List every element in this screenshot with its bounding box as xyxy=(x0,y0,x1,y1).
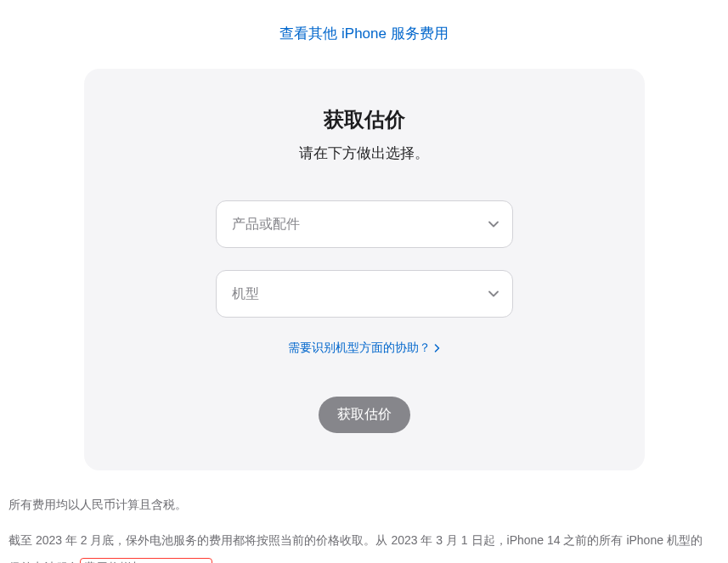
model-select[interactable]: 机型 xyxy=(216,270,513,318)
estimate-card: 获取估价 请在下方做出选择。 产品或配件 机型 需要识别机型方面的协助？ 获取估… xyxy=(84,69,645,470)
card-subtitle: 请在下方做出选择。 xyxy=(118,144,611,163)
product-select[interactable]: 产品或配件 xyxy=(216,200,513,248)
product-select-wrap: 产品或配件 xyxy=(216,200,513,248)
footnotes: 所有费用均以人民币计算且含税。 截至 2023 年 2 月底，保外电池服务的费用… xyxy=(8,491,714,563)
footnote-tax: 所有费用均以人民币计算且含税。 xyxy=(8,491,714,518)
chevron-right-icon xyxy=(434,344,440,352)
price-highlight: 费用将增加 RMB 169。 xyxy=(80,558,212,563)
product-select-label: 产品或配件 xyxy=(232,216,300,234)
identify-model-link[interactable]: 需要识别机型方面的协助？ xyxy=(288,341,440,356)
other-services-link[interactable]: 查看其他 iPhone 服务费用 xyxy=(0,0,728,69)
model-select-wrap: 机型 xyxy=(216,270,513,318)
help-link-text: 需要识别机型方面的协助？ xyxy=(288,341,431,356)
get-estimate-button[interactable]: 获取估价 xyxy=(319,397,410,433)
footnote-price-change: 截至 2023 年 2 月底，保外电池服务的费用都将按照当前的价格收取。从 20… xyxy=(8,526,714,563)
model-select-label: 机型 xyxy=(232,285,259,303)
card-title: 获取估价 xyxy=(118,106,611,133)
